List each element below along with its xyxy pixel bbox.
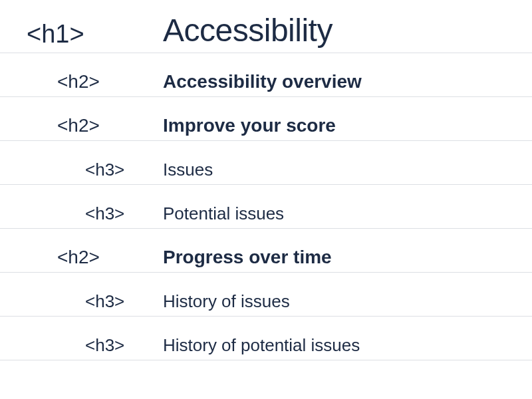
tag-column: <h3>	[0, 160, 163, 184]
heading-text: Issues	[163, 160, 213, 180]
heading-text: History of issues	[163, 291, 290, 312]
text-column: Issues	[163, 160, 532, 184]
heading-row: <h2> Progress over time	[0, 229, 532, 273]
heading-row: <h3> Issues	[0, 141, 532, 185]
tag-column: <h3>	[0, 335, 163, 360]
heading-text: Improve your score	[163, 115, 336, 136]
tag-column: <h2>	[0, 115, 163, 140]
heading-tag-label: <h2>	[57, 247, 100, 268]
text-column: History of potential issues	[163, 335, 532, 360]
text-column: Improve your score	[163, 115, 532, 140]
heading-text: History of potential issues	[163, 335, 360, 356]
tag-column: <h3>	[0, 203, 163, 228]
text-column: Accessibility	[163, 12, 532, 53]
heading-tag-label: <h2>	[57, 115, 100, 136]
heading-row: <h2> Accessibility overview	[0, 53, 532, 97]
heading-row: <h3> History of potential issues	[0, 317, 532, 360]
text-column: Progress over time	[163, 247, 532, 272]
text-column: History of issues	[163, 291, 532, 316]
heading-tag-label: <h3>	[85, 203, 124, 224]
heading-tag-label: <h2>	[57, 71, 100, 92]
heading-outline: <h1> Accessibility <h2> Accessibility ov…	[0, 0, 532, 360]
heading-tag-label: <h3>	[85, 160, 124, 180]
heading-row: <h3> History of issues	[0, 273, 532, 317]
tag-column: <h1>	[0, 20, 163, 53]
tag-column: <h2>	[0, 71, 163, 96]
heading-row: <h3> Potential issues	[0, 185, 532, 229]
heading-text: Progress over time	[163, 247, 332, 268]
text-column: Accessibility overview	[163, 71, 532, 96]
text-column: Potential issues	[163, 203, 532, 228]
heading-tag-label: <h3>	[85, 335, 124, 356]
tag-column: <h2>	[0, 247, 163, 272]
heading-row: <h1> Accessibility	[0, 7, 532, 53]
heading-row: <h2> Improve your score	[0, 97, 532, 141]
heading-tag-label: <h1>	[27, 20, 84, 49]
heading-tag-label: <h3>	[85, 291, 124, 312]
tag-column: <h3>	[0, 291, 163, 316]
heading-text: Potential issues	[163, 203, 284, 224]
heading-text: Accessibility	[163, 12, 332, 49]
heading-text: Accessibility overview	[163, 71, 362, 92]
